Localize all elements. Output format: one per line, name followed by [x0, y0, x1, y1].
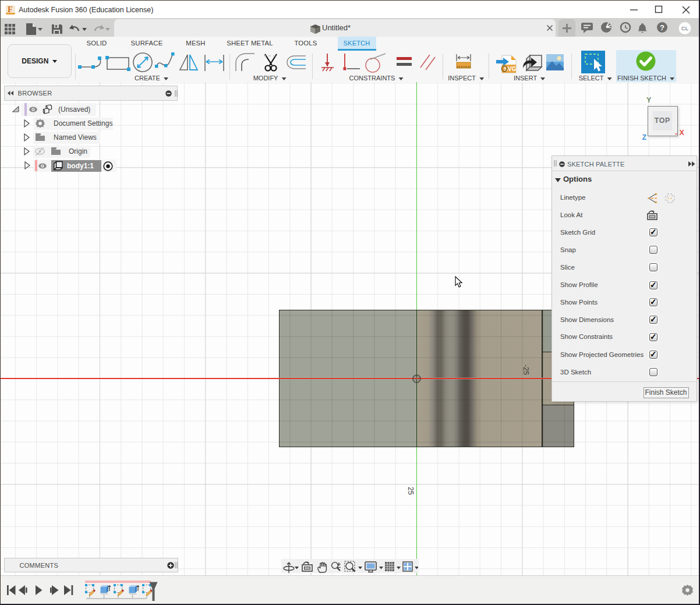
svg-text:CL: CL [681, 25, 688, 31]
svg-text:?: ? [660, 23, 664, 32]
